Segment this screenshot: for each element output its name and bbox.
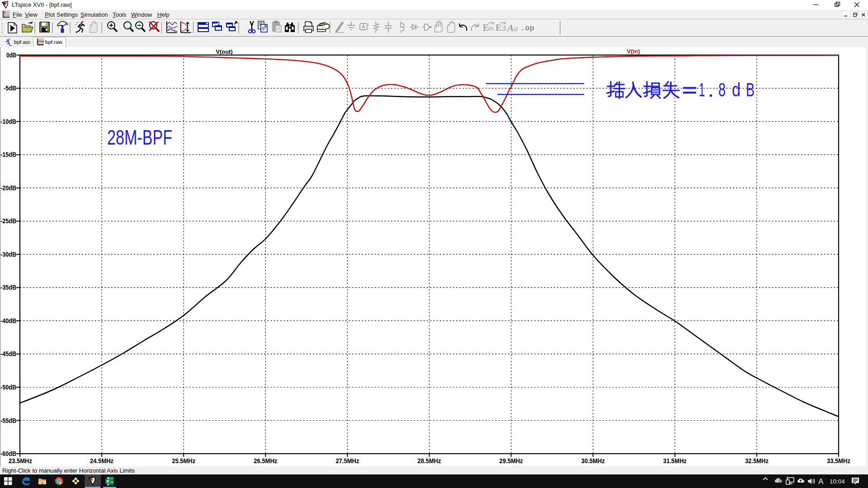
- svg-text:8: 8: [718, 79, 726, 100]
- svg-text:0dB: 0dB: [6, 52, 16, 59]
- svg-text:-35dB: -35dB: [0, 284, 16, 291]
- svg-text:30.5MHz: 30.5MHz: [581, 457, 605, 465]
- svg-text:-10dB: -10dB: [0, 118, 16, 125]
- svg-text:29.5MHz: 29.5MHz: [500, 457, 523, 465]
- svg-text:28.5MHz: 28.5MHz: [418, 457, 441, 465]
- svg-text:-30dB: -30dB: [0, 251, 16, 258]
- svg-text:24.5MHz: 24.5MHz: [90, 457, 113, 465]
- svg-text:26.5MHz: 26.5MHz: [254, 457, 277, 465]
- svg-text:V(in): V(in): [627, 48, 640, 55]
- svg-text:-20dB: -20dB: [0, 184, 16, 192]
- svg-text:-5dB: -5dB: [4, 84, 16, 92]
- svg-text:27.5MHz: 27.5MHz: [335, 457, 359, 465]
- svg-text:A: A: [818, 477, 824, 486]
- svg-text:1: 1: [699, 79, 705, 100]
- svg-text:d: d: [732, 79, 741, 100]
- svg-text:V(out): V(out): [216, 48, 233, 55]
- svg-text:-15dB: -15dB: [0, 151, 16, 158]
- svg-text:-40dB: -40dB: [0, 317, 16, 324]
- svg-text:-45dB: -45dB: [0, 350, 16, 357]
- svg-text:23.5MHz: 23.5MHz: [9, 457, 32, 465]
- svg-text:10:04: 10:04: [830, 478, 845, 485]
- svg-text:-55dB: -55dB: [0, 417, 16, 424]
- svg-text:-25dB: -25dB: [0, 217, 16, 225]
- svg-text:-50dB: -50dB: [0, 384, 16, 391]
- svg-text:B: B: [746, 79, 755, 100]
- svg-text:31.5MHz: 31.5MHz: [663, 457, 687, 465]
- svg-text:-60dB: -60dB: [0, 450, 16, 457]
- svg-text:33.5MHz: 33.5MHz: [827, 457, 850, 465]
- svg-text:28M-BPF: 28M-BPF: [107, 126, 172, 149]
- svg-text:32.5MHz: 32.5MHz: [745, 457, 769, 465]
- svg-text:25.5MHz: 25.5MHz: [172, 457, 195, 465]
